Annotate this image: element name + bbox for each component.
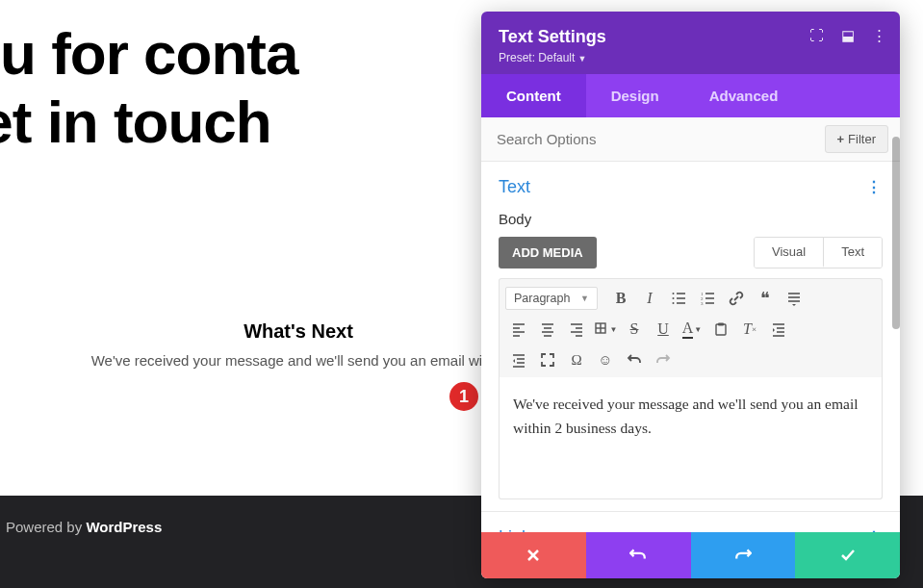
undo-icon[interactable] xyxy=(621,347,648,372)
footer-prefix: Powered by xyxy=(6,519,86,535)
table-icon[interactable]: ▼ xyxy=(592,317,619,342)
svg-point-0 xyxy=(673,293,675,294)
footer-brand: WordPress xyxy=(86,519,162,535)
preset-selector[interactable]: Preset: Default▼ xyxy=(499,51,883,64)
tab-design[interactable]: Design xyxy=(586,74,684,117)
bullet-list-icon[interactable] xyxy=(665,286,692,311)
align-center-icon[interactable] xyxy=(534,317,561,342)
panel-header-icons: ⛶ ⬓ ⋮ xyxy=(809,27,886,44)
redo-icon[interactable] xyxy=(650,347,677,372)
caret-down-icon: ▼ xyxy=(580,294,589,303)
align-right-icon[interactable] xyxy=(563,317,590,342)
expand-icon[interactable]: ⛶ xyxy=(809,27,824,44)
panel-scroll-area: +Filter Text ⋮ Body ADD MEDIA Visual Tex… xyxy=(481,117,900,578)
body-field-label: Body xyxy=(499,211,883,227)
text-section-title[interactable]: Text xyxy=(499,177,530,197)
svg-point-4 xyxy=(673,302,675,304)
svg-text:3: 3 xyxy=(701,301,704,306)
filter-button[interactable]: +Filter xyxy=(825,125,888,153)
link-icon[interactable] xyxy=(723,286,750,311)
bold-icon[interactable]: B xyxy=(607,286,634,311)
add-media-button[interactable]: ADD MEDIA xyxy=(499,237,597,268)
outdent-icon[interactable] xyxy=(505,347,532,372)
hero-line-2: 'll get in touch xyxy=(0,89,271,155)
editor-content-area[interactable]: We've received your message and we'll se… xyxy=(499,377,883,499)
scrollbar-thumb[interactable] xyxy=(892,137,900,329)
search-row: +Filter xyxy=(481,117,900,162)
more-icon[interactable]: ⋮ xyxy=(872,27,886,44)
caret-down-icon: ▼ xyxy=(577,54,586,64)
align-expand-icon[interactable] xyxy=(781,286,808,311)
text-section: Text ⋮ Body ADD MEDIA Visual Text Paragr… xyxy=(481,162,900,512)
tab-advanced[interactable]: Advanced xyxy=(684,74,804,117)
undo-button[interactable] xyxy=(586,532,691,578)
svg-point-2 xyxy=(673,297,675,299)
special-char-icon[interactable]: Ω xyxy=(563,347,590,372)
emoji-icon[interactable]: ☺ xyxy=(592,347,619,372)
search-input[interactable] xyxy=(481,117,813,161)
redo-button[interactable] xyxy=(691,532,796,578)
editor-tab-text[interactable]: Text xyxy=(824,238,882,268)
editor-tab-visual[interactable]: Visual xyxy=(755,238,824,268)
editor-mode-tabs: Visual Text xyxy=(754,237,883,268)
indent-icon[interactable] xyxy=(765,317,792,342)
plus-icon: + xyxy=(837,132,845,146)
fullscreen-icon[interactable] xyxy=(534,347,561,372)
text-color-icon[interactable]: A▼ xyxy=(679,317,705,342)
paste-icon[interactable] xyxy=(707,317,734,342)
underline-icon[interactable]: U xyxy=(650,317,677,342)
editor-toolbar: Paragraph▼ B I 123 ❝ xyxy=(499,278,883,377)
cancel-button[interactable] xyxy=(481,532,586,578)
italic-icon[interactable]: I xyxy=(636,286,663,311)
svg-rect-31 xyxy=(718,323,724,326)
strikethrough-icon[interactable]: S xyxy=(621,317,648,342)
text-section-more-icon[interactable]: ⋮ xyxy=(866,178,883,196)
panel-header[interactable]: Text Settings Preset: Default▼ ⛶ ⬓ ⋮ xyxy=(481,12,900,74)
panel-action-bar xyxy=(481,532,900,578)
tab-content[interactable]: Content xyxy=(481,74,586,117)
blockquote-icon[interactable]: ❝ xyxy=(752,286,779,311)
svg-rect-30 xyxy=(716,324,726,335)
text-settings-panel: Text Settings Preset: Default▼ ⛶ ⬓ ⋮ Con… xyxy=(481,12,900,578)
hero-line-1: k you for conta xyxy=(0,20,297,87)
panel-tabs: Content Design Advanced xyxy=(481,74,900,117)
layout-icon[interactable]: ⬓ xyxy=(841,27,855,44)
align-left-icon[interactable] xyxy=(505,317,532,342)
format-select[interactable]: Paragraph▼ xyxy=(505,287,598,310)
save-button[interactable] xyxy=(795,532,900,578)
callout-marker-1: 1 xyxy=(448,380,480,413)
numbered-list-icon[interactable]: 123 xyxy=(694,286,721,311)
clear-format-icon[interactable]: T× xyxy=(736,317,763,342)
editor-top-row: ADD MEDIA Visual Text xyxy=(499,237,883,268)
